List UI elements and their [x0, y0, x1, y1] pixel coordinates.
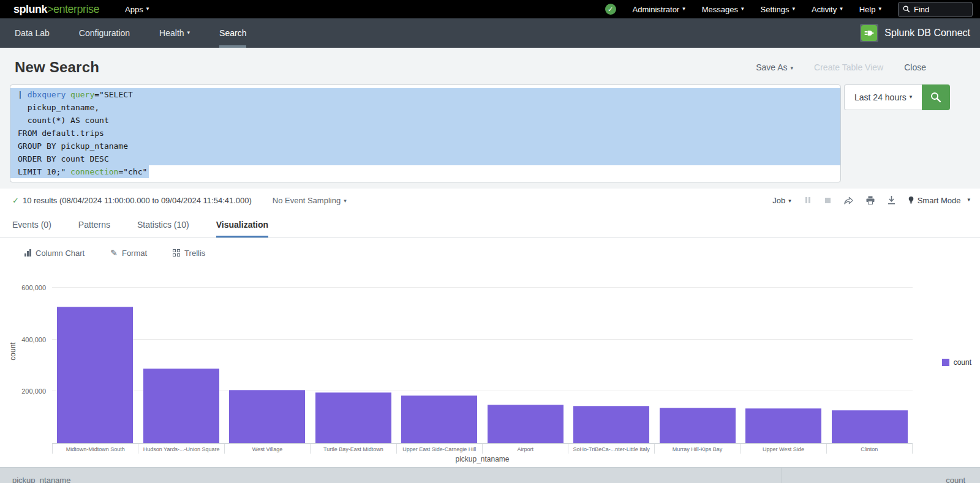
results-tabs: Events (0) Patterns Statistics (10) Visu…	[0, 212, 980, 238]
export-download-icon[interactable]	[888, 196, 895, 204]
search-icon	[903, 6, 910, 13]
bar-2[interactable]	[143, 369, 219, 443]
splunk-logo-product: enterprise	[53, 3, 99, 15]
chevron-down-icon: ▾	[791, 65, 794, 71]
x-tick-label: West Village	[225, 444, 311, 454]
save-as-label: Save As	[756, 62, 787, 72]
time-range-picker[interactable]: Last 24 hours▾	[844, 84, 922, 110]
nav-item-data-lab[interactable]: Data Lab	[0, 18, 64, 48]
job-menu[interactable]: Job▾	[772, 196, 791, 205]
search-query-editor[interactable]: | dbxquery query="SELECT pickup_ntaname,…	[10, 84, 841, 182]
print-icon[interactable]	[866, 196, 875, 204]
event-sampling-label: No Event Sampling	[273, 196, 341, 205]
bar-8[interactable]	[660, 408, 736, 443]
chevron-down-icon: ▾	[878, 6, 881, 12]
y-axis-title: count	[9, 342, 17, 360]
legend-swatch	[942, 359, 949, 366]
bar-5[interactable]	[401, 395, 477, 443]
stop-icon	[824, 197, 831, 204]
statistics-table-header: pickup_ntaname count	[0, 467, 980, 483]
results-summary: 10 results (08/04/2024 11:00:00.000 to 0…	[23, 196, 252, 205]
search-submit-button[interactable]	[922, 84, 950, 110]
x-tick-label: Clinton	[827, 444, 913, 454]
search-icon	[930, 92, 941, 103]
menu-help-label: Help	[859, 5, 876, 14]
trellis-icon	[173, 249, 180, 256]
apps-menu[interactable]: Apps▾	[125, 5, 149, 14]
find-input[interactable]	[914, 5, 963, 14]
trellis-label: Trellis	[184, 249, 205, 258]
splunk-logo[interactable]: splunk>enterprise	[13, 3, 99, 16]
format-label: Format	[122, 249, 147, 258]
menu-activity[interactable]: Activity▾	[812, 5, 843, 14]
bar-4[interactable]	[315, 392, 391, 443]
create-table-view-button: Create Table View	[814, 62, 883, 72]
chevron-down-icon: ▾	[741, 6, 744, 12]
chart-type-label: Column Chart	[36, 249, 85, 258]
search-results-panel: ✓ 10 results (08/04/2024 11:00:00.000 to…	[0, 189, 980, 483]
column-header-count[interactable]: count	[782, 468, 980, 483]
chevron-down-icon: ▾	[187, 29, 190, 36]
apps-menu-label: Apps	[125, 5, 143, 14]
splunk-logo-gt: >	[47, 3, 53, 15]
menu-settings[interactable]: Settings▾	[761, 5, 796, 14]
pencil-icon: ✎	[110, 248, 118, 258]
chevron-down-icon: ▾	[682, 6, 685, 12]
menu-messages[interactable]: Messages▾	[702, 5, 744, 14]
nav-item-data-lab-label: Data Lab	[15, 28, 50, 38]
tab-patterns[interactable]: Patterns	[78, 212, 110, 238]
x-tick-label: Upper West Side	[741, 444, 826, 454]
x-axis-labels: Midtown-Midtown SouthHudson Yards-...-Un…	[52, 444, 913, 454]
top-system-bar: splunk>enterprise Apps▾ ✓ Administrator▾…	[0, 0, 980, 18]
column-chart-icon	[24, 249, 31, 256]
chart-legend[interactable]: count	[942, 358, 971, 367]
close-button[interactable]: Close	[904, 62, 926, 72]
menu-settings-label: Settings	[761, 5, 790, 14]
menu-help[interactable]: Help▾	[859, 5, 881, 14]
splunk-logo-brand: splunk	[13, 3, 47, 15]
tab-events[interactable]: Events (0)	[12, 212, 51, 238]
chevron-down-icon: ▾	[840, 6, 843, 12]
bar-3[interactable]	[229, 390, 305, 443]
format-button[interactable]: ✎ Format	[110, 248, 147, 258]
save-as-button[interactable]: Save As▾	[756, 62, 793, 72]
nav-item-configuration[interactable]: Configuration	[64, 18, 145, 48]
column-header-pickup-ntaname[interactable]: pickup_ntaname	[0, 468, 782, 483]
menu-administrator-label: Administrator	[633, 5, 680, 14]
x-tick-label: Hudson Yards-...-Union Square	[138, 444, 224, 454]
health-status-icon[interactable]: ✓	[605, 4, 616, 15]
app-nav-bar: Data Lab Configuration Health▾ Search Sp…	[0, 18, 980, 48]
chart-plot-area: 200,000400,000600,000	[52, 288, 913, 444]
db-connect-app-icon[interactable]	[860, 24, 878, 42]
page-header: New Search Save As▾ Create Table View Cl…	[0, 48, 980, 76]
tab-visualization[interactable]: Visualization	[216, 212, 268, 238]
find-search-box[interactable]	[898, 2, 973, 17]
x-tick-label: Airport	[483, 444, 568, 454]
share-icon[interactable]	[844, 197, 853, 204]
nav-item-search-label: Search	[219, 28, 246, 38]
chart-bars	[52, 288, 913, 443]
bar-7[interactable]	[573, 406, 649, 443]
chevron-down-icon: ▾	[344, 198, 347, 204]
nav-item-search[interactable]: Search	[205, 18, 261, 48]
pause-icon	[804, 197, 812, 204]
trellis-button[interactable]: Trellis	[173, 249, 205, 258]
time-range-label: Last 24 hours	[854, 92, 907, 102]
bar-9[interactable]	[745, 408, 821, 443]
results-status-bar: ✓ 10 results (08/04/2024 11:00:00.000 to…	[0, 189, 980, 212]
x-tick-label: Upper East Side-Carnegie Hill	[397, 444, 483, 454]
event-sampling-menu[interactable]: No Event Sampling▾	[273, 196, 347, 205]
job-menu-label: Job	[772, 196, 785, 205]
x-tick-label: Murray Hill-Kips Bay	[655, 444, 741, 454]
search-mode-menu[interactable]: Smart Mode▾	[908, 196, 970, 205]
tab-statistics[interactable]: Statistics (10)	[137, 212, 189, 238]
lightbulb-icon	[908, 196, 914, 204]
chart-type-picker[interactable]: Column Chart	[24, 249, 85, 258]
bar-1[interactable]	[57, 307, 133, 443]
page-title: New Search	[15, 59, 99, 76]
search-bar-row: | dbxquery query="SELECT pickup_ntaname,…	[0, 76, 980, 189]
menu-administrator[interactable]: Administrator▾	[633, 5, 685, 14]
bar-6[interactable]	[488, 405, 564, 444]
bar-10[interactable]	[832, 410, 908, 443]
nav-item-health[interactable]: Health▾	[145, 18, 205, 48]
